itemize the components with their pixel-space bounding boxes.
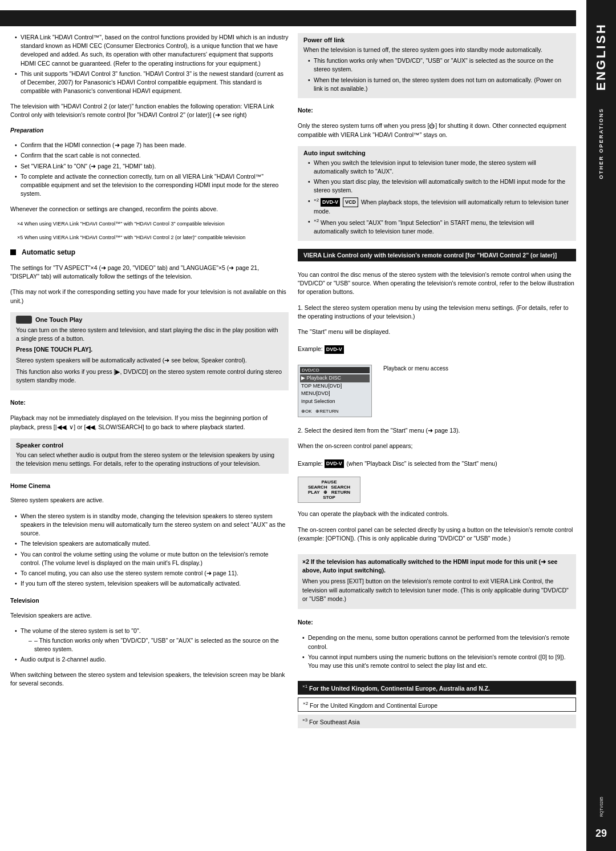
preparation-note: Whenever the connection or settings are …	[10, 205, 289, 213]
ai-bullet-2: When you start disc play, the television…	[309, 178, 570, 195]
end-para: When switching between the stereo system…	[10, 671, 289, 688]
note2-bullet-1: Depending on the menu, some button opera…	[303, 634, 576, 651]
hc-bullet-4: To cancel muting, you can also use the s…	[16, 569, 289, 578]
intro-bullets: VIERA Link "HDAVI Control™", based on th…	[10, 33, 289, 98]
one-touch-play-para: You can turn on the stereo system and te…	[16, 326, 283, 343]
tv-screen: DVD/CD ▶ Playback DISC TOP MENU[DVD] MEN…	[298, 365, 372, 417]
playback-label: Playback or menu access	[383, 365, 448, 373]
if-box-title: ×2 If the television has automatically s…	[302, 558, 572, 575]
on-screen-note: When the on-screen control panel appears…	[298, 442, 576, 450]
prep-bullet-3: Set "VIERA Link" to "ON" (➜ page 21, "HD…	[16, 162, 289, 171]
page-number: 29	[595, 828, 607, 840]
dvd-v-example-badge: DVD-V	[325, 345, 344, 354]
television-title: Television	[10, 596, 289, 605]
hc-bullet-1: When the stereo system is in standby mod…	[16, 512, 289, 538]
square-icon	[10, 249, 16, 255]
ctrl-row-4: STOP	[323, 495, 335, 500]
po-bullet-2: When the television is turned on, the st…	[309, 76, 570, 93]
viera-link-step1: 1. Select the stereo system operation me…	[298, 304, 576, 321]
press-label: Press [ONE TOUCH PLAY].	[16, 345, 283, 354]
operate-para: You can operate the playback with the in…	[298, 510, 576, 518]
footnote-box-1: ×1 For the United Kingdom, Continental E…	[298, 681, 576, 695]
auto-input-title: Auto input switching	[303, 150, 570, 156]
note-label: Note:	[10, 398, 289, 407]
preparation-title: Preparation	[10, 126, 289, 135]
rotv-label: RQTV0285	[599, 797, 603, 817]
power-off-bullets: This function works only when "DVD/CD", …	[303, 57, 570, 93]
intro-bullet-1: VIERA Link "HDAVI Control™", based on th…	[16, 33, 289, 68]
if-box: ×2 If the television has automatically s…	[298, 554, 576, 609]
ai-bullet-4: ×2 When you select "AUX" from "Input Sel…	[309, 217, 570, 236]
po-bullet-1: This function works only when "DVD/CD", …	[309, 57, 570, 74]
start-menu-note: The "Start" menu will be displayed.	[298, 328, 576, 336]
viera-link-box: VIERA Link Control only with television'…	[298, 249, 576, 261]
home-cinema-title: Home Cinema	[10, 482, 289, 490]
press-para: This function also works if you press [▶…	[16, 368, 283, 385]
tv-row-bottom: ⊕OK ⊕RETURN	[300, 408, 370, 415]
tv-screen-mockup: DVD/CD ▶ Playback DISC TOP MENU[DVD] MEN…	[298, 362, 372, 420]
footnote-box-3: ×3 For Southeast Asia	[298, 715, 576, 728]
ctrl-row-1: PAUSE	[322, 479, 337, 485]
power-off-link-title: Power off link	[303, 37, 570, 43]
one-touch-play-title: One Touch Play	[16, 316, 283, 324]
top-header-bar	[0, 10, 576, 26]
note-text: Playback may not be immediately displaye…	[10, 414, 289, 431]
footnote-row: ×1 For the United Kingdom, Continental E…	[298, 681, 576, 730]
auto-input-bullets: When you switch the television input to …	[303, 159, 570, 236]
tv-sub-bullet: – This function works only when "DVD/CD"…	[30, 636, 289, 654]
tv-screen-title: DVD/CD	[300, 367, 370, 373]
example-inline-1: DVD/CD ▶ Playback DISC TOP MENU[DVD] MEN…	[298, 362, 576, 420]
hc-bullet-3: You can control the volume setting using…	[16, 550, 289, 567]
tv-bullet-1: The volume of the stereo system is set t…	[16, 627, 289, 654]
tv-row-2: TOP MENU[DVD]	[300, 382, 370, 390]
preparation-bullets: Confirm that the HDMI connection (➜ page…	[10, 141, 289, 200]
intro-para: The television with "HDAVI Control 2 (or…	[10, 102, 289, 119]
speaker-control-title: Speaker control	[16, 442, 283, 449]
press-note: Stereo system speakers will be automatic…	[16, 356, 283, 365]
viera-link-para1: You can control the disc menus of the st…	[298, 271, 576, 297]
tv-bullet-3: Audio output is 2-channel audio.	[16, 655, 289, 664]
if-box-para: When you press [EXIT] button on the tele…	[302, 577, 572, 603]
power-off-para: When the television is turned off, the s…	[303, 46, 570, 54]
speaker-control-para: You can select whether audio is output f…	[16, 451, 283, 468]
auto-input-section: Auto input switching When you switch the…	[298, 146, 576, 241]
footnote-box-2: ×2 For the United Kingdom and Continenta…	[298, 697, 576, 712]
viera-link-step2: 2. Select the desired item from the "Sta…	[298, 426, 576, 435]
home-cinema-bullets: When the stereo system is in standby mod…	[10, 512, 289, 590]
note2-bullets: Depending on the menu, some button opera…	[298, 634, 576, 672]
one-touch-play-section: One Touch Play You can turn on the stere…	[10, 312, 289, 390]
right-note-text: Only the stereo system turns off when yo…	[298, 122, 576, 139]
playback-label-area: Playback or menu access	[379, 362, 448, 376]
ctrl-row-2: SEARCH SEARCH	[308, 485, 350, 490]
one-touch-icon	[16, 316, 32, 324]
auto-setup-para2: (This may not work if the corresponding …	[10, 288, 289, 305]
english-label: ENGLISH	[594, 23, 609, 91]
vcd-badge: VCD	[343, 197, 358, 207]
speaker-control-section: Speaker control You can select whether a…	[10, 438, 289, 474]
auto-setup-heading: Automatic setup	[10, 248, 289, 256]
note2-bullet-2: You cannot input numbers using the numer…	[303, 653, 576, 670]
tv-row-1: ▶ Playback DISC	[300, 374, 370, 382]
note2-label: Note:	[298, 618, 576, 627]
television-bullets: The volume of the stereo system is set t…	[10, 627, 289, 666]
prep-footnote-1: ×4 When using VIERA Link "HDAVI Control™…	[17, 220, 289, 228]
auto-setup-para1: The settings for "TV ASPECT"×4 (➜ page 2…	[10, 264, 289, 281]
home-cinema-para: Stereo system speakers are active.	[10, 496, 289, 505]
sidebar-right: ENGLISH OTHER OPERATIONS RQTV0285 29	[586, 0, 616, 851]
right-note-label: Note:	[298, 106, 576, 115]
tv-row-4: Input Selection	[300, 398, 370, 406]
other-operations-label: OTHER OPERATIONS	[598, 108, 604, 179]
on-screen-para: The on-screen control panel can be selec…	[298, 526, 576, 543]
prep-bullet-1: Confirm that the HDMI connection (➜ page…	[16, 141, 289, 150]
prep-footnote-2: ×5 When using VIERA Link "HDAVI Control™…	[17, 234, 289, 241]
control-panel-mockup: PAUSE SEARCH SEARCH PLAY ⊕ RETURN STOP	[298, 477, 360, 503]
prep-bullet-4: To complete and activate the connection …	[16, 172, 289, 199]
hc-bullet-5: If you turn off the stereo system, telev…	[16, 579, 289, 588]
television-para: Television speakers are active.	[10, 611, 289, 620]
power-off-link-section: Power off link When the television is tu…	[298, 33, 576, 98]
tv-row-3: MENU[DVD]	[300, 390, 370, 398]
ai-bullet-3: ×2 DVD-V VCD When playback stops, the te…	[309, 197, 570, 216]
left-column: VIERA Link "HDAVI Control™", based on th…	[10, 33, 289, 841]
prep-bullet-2: Confirm that the scart cable is not conn…	[16, 151, 289, 160]
example-label1: Example: DVD-V	[298, 345, 576, 354]
